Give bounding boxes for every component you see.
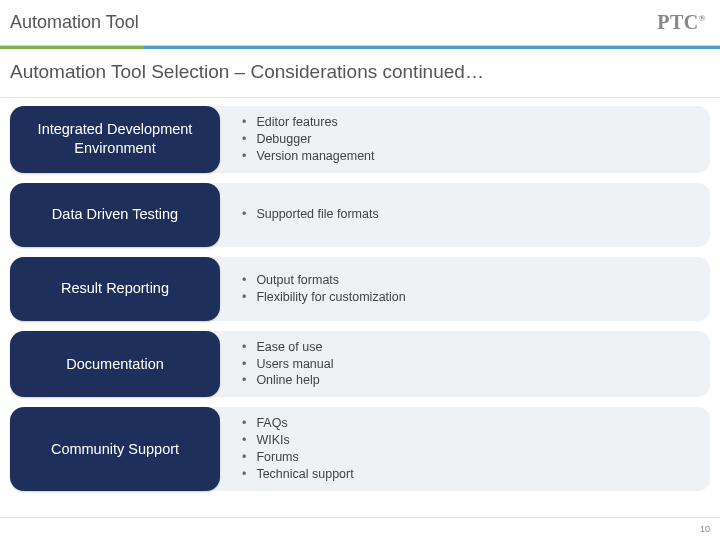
consideration-detail: Editor features Debugger Version managem… (206, 106, 710, 173)
logo-text: PTC (657, 11, 699, 33)
considerations-list: Integrated Development Environment Edito… (0, 98, 720, 491)
consideration-label: Data Driven Testing (52, 205, 178, 224)
consideration-detail: FAQs WIKIs Forums Technical support (206, 407, 710, 491)
consideration-label: Documentation (66, 355, 164, 374)
consideration-pill: Integrated Development Environment (10, 106, 220, 173)
bullet-item: FAQs (242, 415, 354, 432)
consideration-row: Result Reporting Output formats Flexibil… (10, 257, 710, 321)
consideration-pill: Documentation (10, 331, 220, 398)
slide-subtitle: Automation Tool Selection – Consideratio… (0, 49, 720, 98)
bullet-item: WIKIs (242, 432, 354, 449)
consideration-pill: Community Support (10, 407, 220, 491)
consideration-row: Documentation Ease of use Users manual O… (10, 331, 710, 398)
consideration-detail: Supported file formats (206, 183, 710, 247)
consideration-label: Community Support (51, 440, 179, 459)
bullet-item: Debugger (242, 131, 375, 148)
bullet-item: Flexibility for customization (242, 289, 406, 306)
logo-registered: ® (699, 13, 706, 23)
bullet-item: Output formats (242, 272, 406, 289)
bullet-item: Editor features (242, 114, 375, 131)
header-title: Automation Tool (10, 12, 139, 33)
consideration-row: Community Support FAQs WIKIs Forums Tech… (10, 407, 710, 491)
bullet-item: Forums (242, 449, 354, 466)
consideration-pill: Result Reporting (10, 257, 220, 321)
brand-logo: PTC® (657, 11, 706, 34)
consideration-detail: Ease of use Users manual Online help (206, 331, 710, 398)
consideration-label: Result Reporting (61, 279, 169, 298)
page-number: 10 (700, 524, 710, 534)
consideration-detail: Output formats Flexibility for customiza… (206, 257, 710, 321)
bullet-item: Ease of use (242, 339, 334, 356)
bullet-item: Users manual (242, 356, 334, 373)
footer-divider (0, 517, 720, 518)
slide-header: Automation Tool PTC® (0, 0, 720, 46)
consideration-row: Data Driven Testing Supported file forma… (10, 183, 710, 247)
consideration-row: Integrated Development Environment Edito… (10, 106, 710, 173)
bullet-item: Supported file formats (242, 206, 379, 223)
consideration-label: Integrated Development Environment (22, 120, 208, 158)
bullet-item: Online help (242, 372, 334, 389)
bullet-item: Technical support (242, 466, 354, 483)
bullet-item: Version management (242, 148, 375, 165)
consideration-pill: Data Driven Testing (10, 183, 220, 247)
